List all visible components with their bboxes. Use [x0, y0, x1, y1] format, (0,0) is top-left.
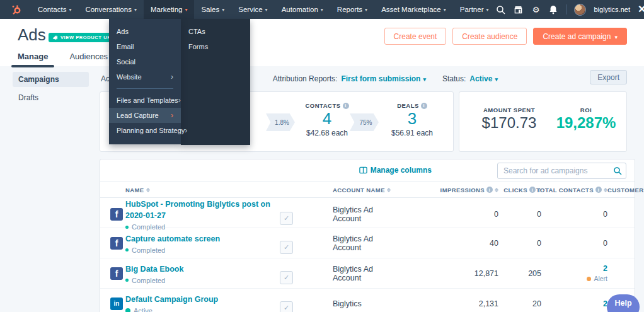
- create-ad-campaign-button[interactable]: Create ad campaign: [533, 28, 627, 45]
- manage-columns-link[interactable]: Manage columns: [359, 166, 432, 175]
- export-button[interactable]: Export: [590, 70, 627, 84]
- column-label: CLICKS: [503, 187, 527, 194]
- menu-item-email[interactable]: Email: [109, 39, 181, 54]
- nav-item-reports[interactable]: Reports: [330, 0, 374, 19]
- deals-stat: DEALS 3 $56.91 each: [377, 102, 447, 137]
- menu-label: Email: [117, 43, 134, 50]
- nav-item-marketing[interactable]: Marketing: [144, 0, 195, 19]
- menu-item-planning-and-strategy[interactable]: Planning and Strategy: [109, 123, 181, 138]
- settings-gear-icon[interactable]: ⚙: [531, 4, 541, 14]
- deals-stat-label: DEALS: [397, 102, 419, 109]
- info-icon[interactable]: [486, 187, 493, 193]
- column-header-name[interactable]: NAME: [125, 187, 290, 194]
- nav-item-contacts[interactable]: Contacts: [31, 0, 78, 19]
- menu-label: Social: [117, 58, 135, 66]
- menu-item-files-and-templates[interactable]: Files and Templates: [109, 93, 181, 108]
- info-icon[interactable]: [421, 103, 427, 109]
- account-name-cell: Biglytics Ad Account: [333, 205, 402, 223]
- campaign-name-link[interactable]: HubSpot - Promoting Biglytics post on 20…: [125, 200, 270, 220]
- chevron-right-icon: [171, 72, 173, 81]
- alert-icon: [587, 277, 591, 281]
- top-navbar: Contacts Conversations Marketing Sales S…: [0, 0, 644, 19]
- column-header-customers[interactable]: CUSTOMERS: [607, 187, 644, 194]
- column-header-account-name[interactable]: ACCOUNT NAME: [333, 187, 402, 194]
- contacts-stat-label: CONTACTS: [305, 102, 340, 109]
- clicks-cell: 20: [498, 299, 541, 308]
- sidebar-item-drafts[interactable]: Drafts: [18, 93, 38, 102]
- search-icon[interactable]: [495, 4, 505, 14]
- sidebar-item-campaigns[interactable]: Campaigns: [13, 72, 89, 87]
- chevron-down-icon: [614, 32, 618, 41]
- divider: [117, 88, 173, 89]
- nav-label: Asset Marketplace: [381, 6, 441, 13]
- divider: [566, 4, 566, 14]
- attribution-select[interactable]: First form submission: [341, 74, 426, 83]
- nav-item-sales[interactable]: Sales: [194, 0, 231, 19]
- create-audience-button[interactable]: Create audience: [452, 28, 527, 45]
- page-title: Ads: [18, 25, 46, 45]
- status-active-icon: [125, 308, 130, 312]
- info-icon[interactable]: [595, 187, 602, 193]
- hubspot-logo-icon[interactable]: [11, 4, 22, 15]
- campaign-name-link[interactable]: Big Data Ebook: [125, 265, 183, 274]
- campaign-name-link[interactable]: Capture automate screen: [125, 234, 220, 243]
- chevron-down-icon: [219, 6, 224, 13]
- create-ad-campaign-label: Create ad campaign: [543, 32, 611, 41]
- menu-item-social[interactable]: Social: [109, 54, 181, 69]
- clicks-cell: 0: [498, 210, 541, 219]
- create-event-button[interactable]: Create event: [384, 28, 447, 45]
- column-label: NAME: [125, 187, 144, 194]
- table-row: HubSpot - Promoting Biglytics post on 20…: [100, 198, 635, 228]
- nav-item-service[interactable]: Service: [231, 0, 274, 19]
- chevron-down-icon: [182, 6, 187, 13]
- nav-item-partner[interactable]: Partner: [453, 0, 496, 19]
- clicks-cell: 0: [498, 239, 541, 248]
- menu-item-forms[interactable]: Forms: [181, 39, 250, 54]
- menu-item-website[interactable]: Website: [109, 69, 181, 84]
- nav-label: Partner: [460, 6, 484, 13]
- campaign-name-link[interactable]: Default Campaign Group: [125, 295, 218, 304]
- app-window: Ads VIEW PRODUCT UPDATES Create event Cr…: [0, 0, 644, 312]
- toggle-check-icon: [280, 271, 293, 284]
- campaign-search: [497, 163, 626, 179]
- menu-item-lead-capture[interactable]: Lead Capture: [109, 108, 181, 123]
- column-header-clicks[interactable]: CLICKS: [498, 187, 541, 194]
- total-contacts-cell: 0: [541, 210, 607, 219]
- menu-item-ctas[interactable]: CTAs: [181, 24, 250, 39]
- column-header-impressions[interactable]: IMPRESSIONS: [402, 187, 498, 194]
- menu-item-ads[interactable]: Ads: [109, 24, 181, 39]
- nav-item-conversations[interactable]: Conversations: [78, 0, 144, 19]
- total-contacts-link[interactable]: 2: [603, 264, 607, 273]
- nav-item-asset-marketplace[interactable]: Asset Marketplace: [374, 0, 453, 19]
- search-icon[interactable]: [613, 166, 622, 175]
- menu-label: Ads: [117, 28, 129, 35]
- column-header-total-contacts[interactable]: TOTAL CONTACTS: [541, 187, 607, 194]
- info-icon[interactable]: [343, 103, 349, 109]
- help-button[interactable]: Help: [607, 294, 640, 312]
- status-text: Completed: [132, 246, 165, 254]
- tab-manage[interactable]: Manage: [18, 52, 48, 67]
- chevron-down-icon: [441, 6, 446, 13]
- marketplace-icon[interactable]: [513, 4, 523, 14]
- lead-capture-submenu: CTAs Forms: [181, 19, 250, 145]
- amount-spent-stat: AMOUNT SPENT $170.73: [471, 107, 548, 132]
- notifications-bell-icon[interactable]: [548, 4, 558, 14]
- roi-stat: ROI 19,287%: [551, 107, 621, 132]
- amount-spent-value: $170.73: [471, 113, 548, 132]
- menu-label: Website: [117, 73, 142, 81]
- info-icon[interactable]: [529, 187, 536, 193]
- status-select[interactable]: Active: [469, 74, 498, 83]
- menu-label: CTAs: [188, 28, 205, 35]
- close-icon[interactable]: ✕: [638, 4, 644, 14]
- search-input[interactable]: [497, 163, 626, 179]
- nav-item-automation[interactable]: Automation: [275, 0, 330, 19]
- menu-label: Planning and Strategy: [117, 127, 185, 134]
- attribution-label: Attribution Reports:: [273, 74, 338, 83]
- sort-icon: [387, 188, 391, 192]
- megaphone-icon: [52, 35, 58, 40]
- facebook-icon: [110, 267, 123, 280]
- status-completed-icon: [125, 226, 129, 229]
- menu-label: Forms: [188, 43, 208, 50]
- tab-audiences[interactable]: Audiences: [69, 52, 108, 67]
- user-avatar[interactable]: [574, 4, 586, 16]
